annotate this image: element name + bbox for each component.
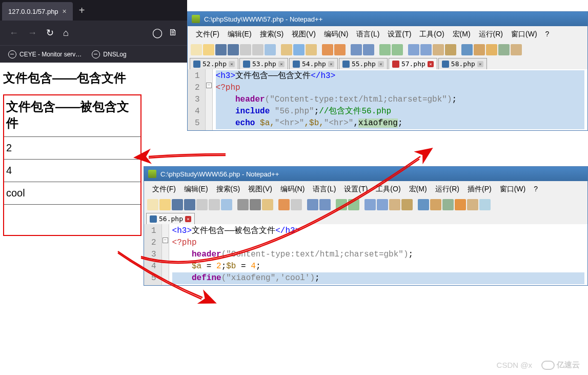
close-all-icon[interactable] [209, 199, 220, 210]
zoom-in-icon[interactable] [379, 44, 391, 55]
doc-tab[interactable]: 55.php× [339, 58, 388, 69]
func-list-icon[interactable] [442, 199, 454, 210]
doc-tab-active[interactable]: 56.php× [146, 213, 195, 224]
menu-settings[interactable]: 设置(T) [340, 183, 372, 195]
close-all-icon[interactable] [252, 44, 263, 55]
fold-icon[interactable] [474, 44, 485, 55]
sync-v-icon[interactable] [408, 44, 419, 55]
close-tab-icon[interactable]: × [278, 61, 285, 67]
menu-encoding[interactable]: 编码(N) [320, 28, 352, 41]
show-all-icon[interactable] [401, 199, 413, 210]
copy-icon[interactable] [250, 199, 261, 210]
doc-map-icon[interactable] [455, 199, 466, 210]
sync-h-icon[interactable] [420, 44, 432, 55]
code-area[interactable]: <h3>文件包含——被包含文件</h3><?php header("Conten… [169, 224, 587, 285]
cut-icon[interactable] [281, 44, 292, 55]
zoom-in-icon[interactable] [336, 199, 347, 210]
print-icon[interactable] [265, 44, 276, 55]
zoom-out-icon[interactable] [392, 44, 403, 55]
page-info-icon[interactable]: 🗎 [169, 27, 178, 38]
bookmark-item[interactable]: CEYE - Monitor serv… [8, 50, 82, 58]
menu-language[interactable]: 语言(L) [352, 28, 383, 41]
redo-icon[interactable] [291, 199, 302, 210]
close-file-icon[interactable] [240, 44, 251, 55]
menu-edit[interactable]: 编辑(E) [180, 183, 212, 195]
menu-window[interactable]: 窗口(W) [507, 28, 541, 41]
new-file-icon[interactable] [191, 44, 202, 55]
sync-v-icon[interactable] [364, 199, 376, 210]
doc-tab[interactable]: 54.php× [289, 58, 338, 69]
fold-toggle-icon[interactable]: − [163, 238, 168, 243]
menu-help[interactable]: ? [541, 28, 554, 41]
save-icon[interactable] [172, 199, 183, 210]
doc-tab-active[interactable]: 57.php× [389, 58, 437, 69]
close-tab-icon[interactable]: × [328, 61, 334, 67]
redo-icon[interactable] [334, 44, 346, 55]
shield-icon[interactable]: ◯ [152, 27, 163, 38]
replace-icon[interactable] [319, 199, 331, 210]
forward-icon[interactable]: → [28, 28, 37, 38]
menu-help[interactable]: ? [530, 183, 542, 195]
find-icon[interactable] [351, 44, 362, 55]
menu-macro[interactable]: 宏(M) [449, 28, 475, 41]
doc-tab[interactable]: 52.php× [190, 58, 238, 69]
browser-tab[interactable]: 127.0.0.1/57.php × [2, 2, 73, 21]
menu-search[interactable]: 搜索(S) [256, 28, 288, 41]
folder-icon[interactable] [467, 199, 478, 210]
sync-h-icon[interactable] [377, 199, 388, 210]
close-icon[interactable]: × [63, 7, 67, 15]
save-icon[interactable] [215, 44, 227, 55]
wrap-icon[interactable] [389, 199, 400, 210]
code-editor[interactable]: 12345 − <h3>文件包含——包含文件</h3><?php header(… [188, 69, 587, 130]
new-tab-button[interactable]: + [79, 5, 85, 16]
close-tab-icon[interactable]: × [229, 61, 235, 67]
paste-icon[interactable] [306, 44, 317, 55]
cut-icon[interactable] [237, 199, 249, 210]
menu-settings[interactable]: 设置(T) [383, 28, 415, 41]
menu-run[interactable]: 运行(R) [475, 28, 507, 41]
doc-map-icon[interactable] [511, 44, 522, 55]
menu-plugins[interactable]: 插件(P) [463, 183, 496, 195]
new-file-icon[interactable] [147, 199, 158, 210]
close-file-icon[interactable] [196, 199, 208, 210]
fold-icon[interactable] [430, 199, 441, 210]
close-tab-icon[interactable]: × [428, 61, 434, 67]
monitor-icon[interactable] [479, 199, 491, 210]
zoom-out-icon[interactable] [348, 199, 359, 210]
menu-tools[interactable]: 工具(O) [372, 183, 404, 195]
code-area[interactable]: <h3>文件包含——包含文件</h3><?php header("Content… [213, 69, 587, 130]
undo-icon[interactable] [322, 44, 333, 55]
wrap-icon[interactable] [433, 44, 444, 55]
undo-icon[interactable] [278, 199, 290, 210]
menu-macro[interactable]: 宏(M) [405, 183, 431, 195]
close-tab-icon[interactable]: × [378, 61, 384, 67]
show-all-icon[interactable] [445, 44, 456, 55]
menu-language[interactable]: 语言(L) [309, 183, 340, 195]
menu-encoding[interactable]: 编码(N) [276, 183, 309, 195]
menu-run[interactable]: 运行(R) [431, 183, 463, 195]
indent-icon[interactable] [461, 44, 473, 55]
copy-icon[interactable] [293, 44, 305, 55]
doc-tab[interactable]: 58.php× [438, 58, 487, 69]
open-file-icon[interactable] [203, 44, 214, 55]
open-file-icon[interactable] [159, 199, 171, 210]
close-tab-icon[interactable]: × [185, 216, 191, 222]
save-all-icon[interactable] [184, 199, 195, 210]
fold-toggle-icon[interactable]: − [206, 83, 212, 88]
menu-view[interactable]: 视图(V) [288, 28, 320, 41]
paste-icon[interactable] [262, 199, 273, 210]
close-tab-icon[interactable]: × [477, 61, 483, 67]
menu-file[interactable]: 文件(F) [148, 183, 180, 195]
unfold-icon[interactable] [486, 44, 497, 55]
func-list-icon[interactable] [498, 44, 510, 55]
code-editor[interactable]: 12345 − <h3>文件包含——被包含文件</h3><?php header… [144, 224, 587, 285]
menu-edit[interactable]: 编辑(E) [224, 28, 256, 41]
menu-tools[interactable]: 工具(O) [415, 28, 448, 41]
menu-file[interactable]: 文件(F) [192, 28, 224, 41]
reload-icon[interactable]: ↻ [46, 27, 54, 38]
menu-view[interactable]: 视图(V) [244, 183, 276, 195]
fold-margin[interactable]: − [206, 69, 213, 130]
bookmark-item[interactable]: DNSLog [92, 50, 126, 58]
replace-icon[interactable] [363, 44, 374, 55]
doc-tab[interactable]: 53.php× [239, 58, 288, 69]
